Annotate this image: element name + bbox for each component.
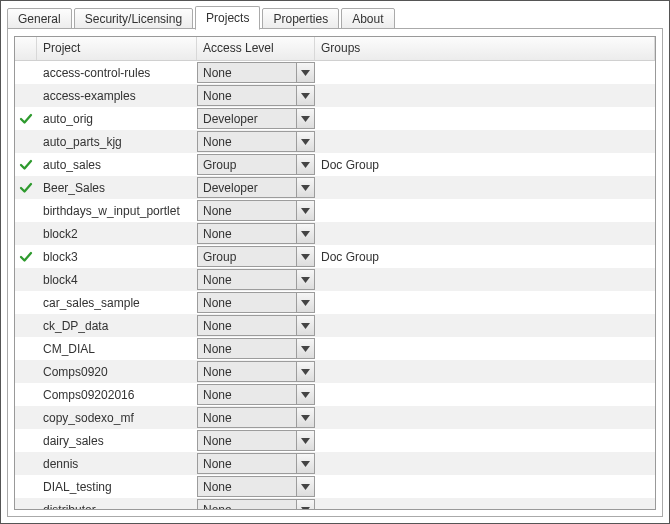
- table-row[interactable]: Comps09202016None: [15, 383, 655, 406]
- row-status-icon: [15, 498, 37, 509]
- table-row[interactable]: block2None: [15, 222, 655, 245]
- tab-security[interactable]: Security/Licensing: [74, 8, 193, 30]
- chevron-down-icon[interactable]: [296, 178, 314, 197]
- tab-about[interactable]: About: [341, 8, 394, 30]
- project-name: auto_sales: [37, 153, 197, 176]
- chevron-down-icon[interactable]: [296, 316, 314, 335]
- tab-general[interactable]: General: [7, 8, 72, 30]
- project-name: DIAL_testing: [37, 475, 197, 498]
- project-name: block2: [37, 222, 197, 245]
- access-level-dropdown[interactable]: None: [197, 62, 315, 83]
- tab-label: Projects: [206, 11, 249, 25]
- chevron-down-icon[interactable]: [296, 247, 314, 266]
- access-level-value: None: [198, 224, 296, 243]
- chevron-down-icon[interactable]: [296, 431, 314, 450]
- access-level-dropdown[interactable]: None: [197, 338, 315, 359]
- access-level-value: None: [198, 385, 296, 404]
- chevron-down-icon[interactable]: [296, 224, 314, 243]
- table-row[interactable]: copy_sodexo_mfNone: [15, 406, 655, 429]
- table-row[interactable]: CM_DIALNone: [15, 337, 655, 360]
- access-level-value: Developer: [198, 178, 296, 197]
- chevron-down-icon[interactable]: [296, 86, 314, 105]
- access-level-dropdown[interactable]: None: [197, 499, 315, 509]
- row-status-icon: [15, 107, 37, 130]
- project-name: ck_DP_data: [37, 314, 197, 337]
- access-level-cell: None: [197, 199, 315, 222]
- chevron-down-icon[interactable]: [296, 270, 314, 289]
- chevron-down-icon[interactable]: [296, 500, 314, 509]
- chevron-down-icon[interactable]: [296, 293, 314, 312]
- access-level-dropdown[interactable]: None: [197, 361, 315, 382]
- tab-label: General: [18, 12, 61, 26]
- table-row[interactable]: access-control-rulesNone: [15, 61, 655, 84]
- access-level-dropdown[interactable]: None: [197, 476, 315, 497]
- table-row[interactable]: auto_origDeveloper: [15, 107, 655, 130]
- tab-properties[interactable]: Properties: [262, 8, 339, 30]
- access-level-dropdown[interactable]: Group: [197, 246, 315, 267]
- access-level-value: None: [198, 454, 296, 473]
- access-level-dropdown[interactable]: None: [197, 315, 315, 336]
- table-row[interactable]: access-examplesNone: [15, 84, 655, 107]
- access-level-dropdown[interactable]: Group: [197, 154, 315, 175]
- access-level-dropdown[interactable]: None: [197, 85, 315, 106]
- chevron-down-icon[interactable]: [296, 339, 314, 358]
- access-level-value: None: [198, 63, 296, 82]
- table-row[interactable]: Comps0920None: [15, 360, 655, 383]
- table-row[interactable]: distributorNone: [15, 498, 655, 509]
- project-name: copy_sodexo_mf: [37, 406, 197, 429]
- groups-value: [315, 107, 655, 130]
- access-level-dropdown[interactable]: None: [197, 384, 315, 405]
- access-level-dropdown[interactable]: None: [197, 131, 315, 152]
- groups-value: [315, 268, 655, 291]
- table-row[interactable]: birthdays_w_input_portletNone: [15, 199, 655, 222]
- chevron-down-icon[interactable]: [296, 155, 314, 174]
- chevron-down-icon[interactable]: [296, 132, 314, 151]
- chevron-down-icon[interactable]: [296, 385, 314, 404]
- tab-projects[interactable]: Projects: [195, 6, 260, 30]
- access-level-cell: Group: [197, 153, 315, 176]
- project-name: Beer_Sales: [37, 176, 197, 199]
- access-level-dropdown[interactable]: None: [197, 292, 315, 313]
- access-level-value: None: [198, 431, 296, 450]
- project-name: dennis: [37, 452, 197, 475]
- table-row[interactable]: auto_salesGroupDoc Group: [15, 153, 655, 176]
- access-level-dropdown[interactable]: None: [197, 430, 315, 451]
- chevron-down-icon[interactable]: [296, 454, 314, 473]
- chevron-down-icon[interactable]: [296, 109, 314, 128]
- access-level-dropdown[interactable]: None: [197, 269, 315, 290]
- table-row[interactable]: car_sales_sampleNone: [15, 291, 655, 314]
- chevron-down-icon[interactable]: [296, 477, 314, 496]
- col-header-icon[interactable]: [15, 37, 37, 60]
- grid-header: Project Access Level Groups: [15, 37, 655, 61]
- access-level-dropdown[interactable]: None: [197, 200, 315, 221]
- col-header-groups[interactable]: Groups: [315, 37, 655, 60]
- chevron-down-icon[interactable]: [296, 408, 314, 427]
- table-row[interactable]: dairy_salesNone: [15, 429, 655, 452]
- groups-value: [315, 360, 655, 383]
- table-row[interactable]: block4None: [15, 268, 655, 291]
- access-level-dropdown[interactable]: Developer: [197, 108, 315, 129]
- table-row[interactable]: dennisNone: [15, 452, 655, 475]
- access-level-dropdown[interactable]: Developer: [197, 177, 315, 198]
- table-row[interactable]: Beer_SalesDeveloper: [15, 176, 655, 199]
- col-header-access[interactable]: Access Level: [197, 37, 315, 60]
- chevron-down-icon[interactable]: [296, 201, 314, 220]
- table-row[interactable]: block3GroupDoc Group: [15, 245, 655, 268]
- row-status-icon: [15, 153, 37, 176]
- chevron-down-icon[interactable]: [296, 362, 314, 381]
- table-row[interactable]: auto_parts_kjgNone: [15, 130, 655, 153]
- access-level-dropdown[interactable]: None: [197, 407, 315, 428]
- col-header-project[interactable]: Project: [37, 37, 197, 60]
- chevron-down-icon[interactable]: [296, 63, 314, 82]
- row-status-icon: [15, 475, 37, 498]
- grid-body[interactable]: access-control-rulesNoneaccess-examplesN…: [15, 61, 655, 509]
- row-status-icon: [15, 291, 37, 314]
- table-row[interactable]: DIAL_testingNone: [15, 475, 655, 498]
- access-level-value: Developer: [198, 109, 296, 128]
- groups-value: Doc Group: [315, 245, 655, 268]
- access-level-dropdown[interactable]: None: [197, 223, 315, 244]
- groups-value: [315, 61, 655, 84]
- access-level-dropdown[interactable]: None: [197, 453, 315, 474]
- groups-value: [315, 84, 655, 107]
- table-row[interactable]: ck_DP_dataNone: [15, 314, 655, 337]
